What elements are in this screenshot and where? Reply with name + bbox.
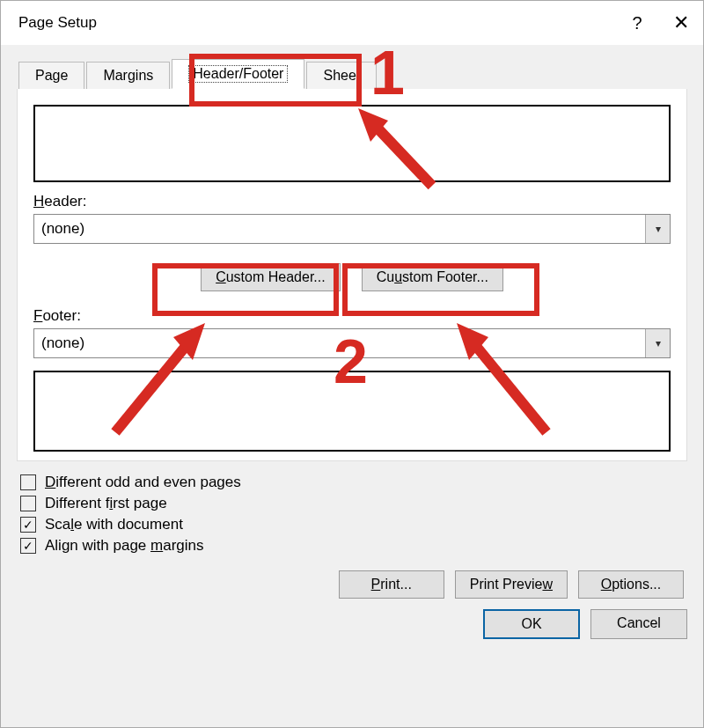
footer-combo-value: (none) [34,329,645,357]
checkbox-box [20,474,36,490]
header-footer-pane: Header: (none) ▾ Custom Header... Cuusto… [17,89,687,461]
tab-sheet[interactable]: Sheet [306,62,377,89]
checkbox-box [20,496,36,511]
help-button[interactable]: ? [615,1,659,45]
checkbox-label: Different odd and even pages [45,474,241,491]
print-preview-button[interactable]: Print Preview [455,570,568,599]
tab-page[interactable]: Page [18,62,84,89]
close-button[interactable]: ✕ [659,1,703,45]
tab-header-footer[interactable]: Header/Footer [172,59,304,89]
dialog-button-row: OK Cancel [1,599,703,653]
checkbox-label: Align with page margins [45,537,204,555]
tab-header-footer-label: Header/Footer [188,65,288,83]
chevron-down-icon: ▾ [656,223,661,235]
header-preview [33,105,671,182]
custom-button-row: Custom Header... Cuustom Footer...stom F… [33,263,671,291]
header-combo-value: (none) [34,215,645,243]
checkbox-label: Different first page [45,495,167,512]
footer-preview [33,371,671,452]
footer-combo[interactable]: (none) ▾ [33,328,671,358]
window-title: Page Setup [18,14,615,32]
titlebar: Page Setup ? ✕ [1,1,703,45]
header-combo[interactable]: (none) ▾ [33,214,671,244]
checkbox-diff-odd-even[interactable]: Different odd and even pages [20,474,684,491]
checkbox-scale-with-document[interactable]: Scale with document [20,516,684,533]
footer-label: Footer: [33,307,671,325]
checkbox-align-with-margins[interactable]: Align with page margins [20,537,684,555]
options-area: Different odd and even pages Different f… [1,461,703,599]
print-button-row: Print... Print Preview Options... [20,570,684,599]
options-button[interactable]: Options... [578,570,684,599]
custom-header-button[interactable]: Custom Header... [201,263,341,291]
footer-combo-dropdown[interactable]: ▾ [645,329,670,357]
header-combo-dropdown[interactable]: ▾ [645,215,670,243]
checkbox-diff-first-page[interactable]: Different first page [20,495,684,512]
custom-footer-button[interactable]: Cuustom Footer...stom Footer... [362,263,503,291]
cancel-button[interactable]: Cancel [590,609,687,639]
chevron-down-icon: ▾ [656,337,661,349]
checkbox-box [20,517,36,533]
header-label: Header: [33,193,671,210]
tab-strip: Page Margins Header/Footer Sheet [1,52,703,89]
page-setup-dialog: Page Setup ? ✕ Page Margins Header/Foote… [0,0,704,728]
ok-button[interactable]: OK [483,609,580,639]
checkbox-label: Scale with document [45,516,183,533]
tab-margins[interactable]: Margins [86,62,170,89]
print-button[interactable]: Print... [339,570,444,599]
checkbox-box [20,538,36,554]
